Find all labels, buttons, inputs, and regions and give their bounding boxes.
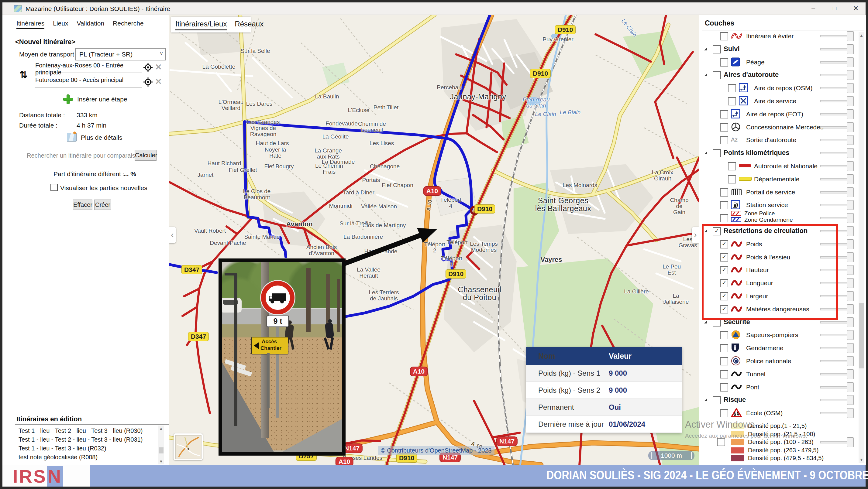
expander-triangle[interactable] <box>704 320 707 323</box>
opacity-slider-handle[interactable] <box>847 343 854 353</box>
opacity-slider-handle[interactable] <box>847 395 854 405</box>
layer-checkbox-aire-de-repos-eot[interactable] <box>720 110 728 119</box>
opacity-slider-handle[interactable] <box>847 317 854 327</box>
opacity-slider-handle[interactable] <box>847 356 854 366</box>
expander-triangle[interactable] <box>704 229 707 232</box>
layer-checkbox-departementale[interactable] <box>728 175 736 184</box>
clear-destination-icon[interactable]: ✕ <box>155 77 162 87</box>
edit-list-item[interactable]: Test 1 - lieu - Test 2 - lieu - Test 3 -… <box>19 436 143 443</box>
layer-checkbox-suivi[interactable] <box>713 45 721 54</box>
opacity-slider-handle[interactable] <box>847 187 854 197</box>
opacity-slider[interactable] <box>820 441 851 444</box>
opacity-slider-handle[interactable] <box>847 174 854 184</box>
opacity-slider[interactable] <box>820 74 851 76</box>
layer-checkbox-zone-police[interactable] <box>720 214 728 222</box>
layer-checkbox-ecole-osm[interactable] <box>720 409 728 417</box>
expander-triangle[interactable] <box>704 398 707 401</box>
opacity-slider[interactable] <box>820 178 851 181</box>
opacity-slider[interactable] <box>820 256 851 258</box>
maximize-button[interactable]: □ <box>825 2 844 14</box>
expander-triangle[interactable] <box>704 47 707 51</box>
layer-checkbox-portail-de-service[interactable] <box>720 188 728 197</box>
opacity-slider[interactable] <box>820 243 851 246</box>
opacity-slider-handle[interactable] <box>847 96 854 106</box>
opacity-slider-handle[interactable] <box>847 278 854 288</box>
show-new-parts-checkbox[interactable] <box>51 184 58 191</box>
opacity-slider-handle[interactable] <box>847 83 854 93</box>
map-viewport[interactable]: Sur la SelleLa GobeletteL'Ormeau Veillar… <box>169 15 699 465</box>
opacity-slider[interactable] <box>820 412 851 414</box>
opacity-slider[interactable] <box>820 230 851 232</box>
opacity-slider-handle[interactable] <box>847 382 854 392</box>
pan-right-button[interactable]: › <box>692 227 699 243</box>
plus-icon[interactable] <box>63 94 72 104</box>
insert-step-button[interactable]: Insérer une étape <box>77 96 127 103</box>
opacity-slider[interactable] <box>820 360 851 362</box>
compare-search-input[interactable]: Rechercher un itinéraire pour comparaiso… <box>27 152 147 159</box>
opacity-slider[interactable] <box>820 217 851 219</box>
transport-select[interactable]: PL (Tracteur + SR) ˅ <box>75 48 166 60</box>
opacity-slider-handle[interactable] <box>847 291 854 301</box>
layer-checkbox-longueur[interactable]: ✓ <box>720 279 728 287</box>
opacity-slider[interactable] <box>820 373 851 376</box>
opacity-slider[interactable] <box>820 386 851 388</box>
opacity-slider-handle[interactable] <box>847 31 854 41</box>
origin-field[interactable]: Fontenay-aux-Roses 00 - Entrée principal… <box>35 62 142 76</box>
opacity-slider-handle[interactable] <box>847 239 854 249</box>
layer-checkbox-poids-a-l-essieu[interactable]: ✓ <box>720 253 728 262</box>
opacity-slider[interactable] <box>820 399 851 401</box>
layer-checkbox-sortie-d-autoroute[interactable] <box>720 136 728 144</box>
layer-checkbox-gendarmerie[interactable] <box>720 344 728 352</box>
opacity-slider-handle[interactable] <box>847 330 854 340</box>
opacity-slider[interactable] <box>820 139 851 141</box>
opacity-slider-handle[interactable] <box>847 161 854 171</box>
layer-checkbox-hauteur[interactable]: ✓ <box>720 266 728 274</box>
layer-checkbox-poids[interactable]: ✓ <box>720 240 728 249</box>
opacity-slider-handle[interactable] <box>847 213 854 223</box>
opacity-slider[interactable] <box>820 48 851 51</box>
swap-icon[interactable]: ⇅ <box>20 70 28 79</box>
opacity-slider-handle[interactable] <box>847 148 854 158</box>
expander-triangle[interactable] <box>704 73 707 76</box>
layer-checkbox-pont[interactable] <box>720 383 728 392</box>
opacity-slider[interactable] <box>820 100 851 102</box>
opacity-slider-handle[interactable] <box>847 252 854 262</box>
locate-origin-icon[interactable] <box>143 62 153 73</box>
opacity-slider[interactable] <box>820 113 851 116</box>
opacity-slider[interactable] <box>820 334 851 336</box>
layer-checkbox-risque[interactable] <box>713 396 721 404</box>
opacity-slider[interactable] <box>820 347 851 349</box>
layer-checkbox-concessionnaire-mercedes[interactable] <box>720 123 728 132</box>
layers-scrollbar[interactable]: ▲ ▼ <box>859 32 864 463</box>
tab-validation[interactable]: Validation <box>76 20 104 28</box>
opacity-slider[interactable] <box>820 191 851 193</box>
clear-origin-icon[interactable]: ✕ <box>155 62 162 72</box>
edit-list-item[interactable]: Test 1 - lieu - Test 3 - lieu (R032) <box>19 445 106 452</box>
tab-recherche[interactable]: Recherche <box>113 20 144 28</box>
locate-destination-icon[interactable] <box>143 77 153 87</box>
opacity-slider[interactable] <box>820 282 851 284</box>
opacity-slider[interactable] <box>820 321 851 323</box>
opacity-slider[interactable] <box>820 165 851 167</box>
layer-checkbox-aire-de-service[interactable] <box>728 97 736 105</box>
opacity-slider-handle[interactable] <box>847 369 854 379</box>
create-button[interactable]: Créer <box>94 200 111 210</box>
layer-checkbox-sapeurs-pompiers[interactable] <box>720 331 728 339</box>
edit-list-item[interactable]: test note géolocalisée (R008) <box>19 454 98 461</box>
tab-lieux[interactable]: Lieux <box>53 20 68 28</box>
clear-button[interactable]: Effacer <box>73 200 92 210</box>
edit-list-scrollbar[interactable]: ▲ ▼ <box>158 426 164 464</box>
overview-minimap[interactable] <box>174 433 203 460</box>
opacity-slider-handle[interactable] <box>847 135 854 145</box>
layer-checkbox-matieres-dangereuses[interactable]: ✓ <box>720 305 728 314</box>
opacity-slider-handle[interactable] <box>847 57 854 67</box>
tab-itineraires[interactable]: Itinéraires <box>17 20 44 29</box>
layer-checkbox-restrictions-de-circulation[interactable]: ✓ <box>713 227 721 235</box>
opacity-slider-handle[interactable] <box>847 226 854 236</box>
opacity-slider-handle[interactable] <box>847 265 854 275</box>
opacity-slider[interactable] <box>820 308 851 311</box>
opacity-slider[interactable] <box>820 152 851 154</box>
edit-list-item[interactable]: Test 1 - lieu - Test 2 - lieu - Test 3 -… <box>19 427 143 434</box>
minimize-button[interactable]: – <box>804 2 823 14</box>
opacity-slider[interactable] <box>820 61 851 63</box>
